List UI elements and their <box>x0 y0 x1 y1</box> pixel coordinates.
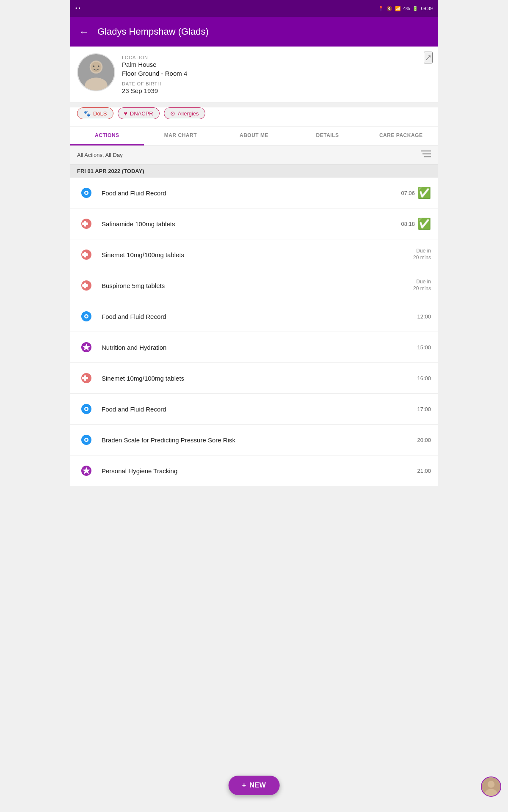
app-header: ← Gladys Hempshaw (Glads) <box>70 17 438 47</box>
patient-info: LOCATION Palm House Floor Ground - Room … <box>122 53 431 95</box>
action-icon-med <box>77 369 96 387</box>
dob-value: 23 Sep 1939 <box>122 86 431 95</box>
tab-about-me[interactable]: ABOUT ME <box>217 126 291 145</box>
status-bar-left: • • <box>75 5 80 11</box>
mute-icon: 🔇 <box>387 6 392 11</box>
status-bar-right: 📍 🔇 📶 4% 🔋 09:39 <box>378 6 433 11</box>
action-label: Buspirone 5mg tablets <box>102 282 407 289</box>
fab-label: NEW <box>250 782 266 789</box>
svg-point-5 <box>98 66 99 67</box>
action-label: Braden Scale for Predicting Pressure Sor… <box>102 436 395 444</box>
status-bar: • • 📍 🔇 📶 4% 🔋 09:39 <box>70 0 438 17</box>
list-item[interactable]: Safinamide 100mg tablets 08:18 ✅ <box>70 208 438 239</box>
action-label: Food and Fluid Record <box>102 189 379 197</box>
list-item[interactable]: Sinemet 10mg/100mg tablets Due in20 mins <box>70 239 438 270</box>
page-title: Gladys Hempshaw (Glads) <box>97 26 209 37</box>
due-text: Due in20 mins <box>413 279 431 292</box>
battery-percent: 4% <box>403 6 410 11</box>
action-time: 08:18 <box>385 221 415 227</box>
date-header: FRI 01 APR 2022 (TODAY) <box>70 165 438 178</box>
badge-dnacpr[interactable]: ♥ DNACPR <box>118 107 160 119</box>
action-label: Nutrition and Hydration <box>102 344 395 351</box>
action-label: Food and Fluid Record <box>102 406 395 413</box>
action-time: 17:00 <box>401 406 431 412</box>
action-icon-eye <box>77 431 96 449</box>
wifi-icon: 📶 <box>395 6 401 11</box>
tab-details[interactable]: DETAILS <box>291 126 364 145</box>
avatar <box>77 53 115 91</box>
location-value2: Floor Ground - Room 4 <box>122 69 431 78</box>
battery-icon: 🔋 <box>412 6 418 11</box>
action-icon-star <box>77 338 96 357</box>
action-time: 16:00 <box>401 375 431 381</box>
badge-dols[interactable]: 🐾 DoLS <box>77 107 113 119</box>
plus-icon: + <box>242 782 246 789</box>
new-action-button[interactable]: + NEW <box>229 776 280 795</box>
action-label: Safinamide 100mg tablets <box>102 220 379 228</box>
dob-label: DATE OF BIRTH <box>122 81 431 86</box>
filter-bar: All Actions, All Day <box>70 146 438 165</box>
list-item[interactable]: Sinemet 10mg/100mg tablets 16:00 <box>70 363 438 394</box>
location-icon: 📍 <box>378 6 384 11</box>
avatar-image <box>78 53 114 91</box>
list-item[interactable]: Buspirone 5mg tablets Due in20 mins <box>70 270 438 301</box>
action-icon-med <box>77 276 96 295</box>
actions-list: Food and Fluid Record 07:06 ✅ Safinamide… <box>70 178 438 486</box>
allergies-label: Allergies <box>178 110 199 117</box>
sort-filter-icon[interactable] <box>421 150 431 160</box>
svg-point-11 <box>86 192 88 194</box>
svg-point-4 <box>93 66 94 67</box>
action-icon-eye <box>77 184 96 202</box>
dols-label: DoLS <box>93 110 107 117</box>
check-icon: ✅ <box>417 187 431 200</box>
action-time: 12:00 <box>401 313 431 320</box>
svg-rect-17 <box>82 253 88 256</box>
filter-text: All Actions, All Day <box>77 152 123 158</box>
svg-rect-20 <box>82 284 88 287</box>
action-label: Personal Hygiene Tracking <box>102 467 395 475</box>
tabs-bar: ACTIONS MAR CHART ABOUT ME DETAILS CARE … <box>70 126 438 146</box>
action-icon-eye <box>77 307 96 326</box>
action-label: Food and Fluid Record <box>102 313 395 320</box>
action-time: 21:00 <box>401 468 431 474</box>
tab-mar-chart[interactable]: MAR CHART <box>144 126 218 145</box>
list-item[interactable]: Food and Fluid Record 12:00 <box>70 301 438 332</box>
list-item[interactable]: Personal Hygiene Tracking 21:00 <box>70 455 438 486</box>
dnacpr-icon: ♥ <box>124 110 127 117</box>
svg-rect-14 <box>82 222 88 225</box>
status-done: 08:18 ✅ <box>385 217 431 230</box>
action-label: Sinemet 10mg/100mg tablets <box>102 375 395 382</box>
action-time: 07:06 <box>385 190 415 196</box>
tab-actions[interactable]: ACTIONS <box>70 126 144 145</box>
list-item[interactable]: Food and Fluid Record 17:00 <box>70 394 438 425</box>
location-label: LOCATION <box>122 55 431 60</box>
action-icon-med <box>77 245 96 264</box>
notification-dots: • • <box>75 5 80 11</box>
svg-point-3 <box>91 62 102 72</box>
action-time: 15:00 <box>401 344 431 351</box>
allergies-icon: ⊙ <box>170 110 175 117</box>
list-item[interactable]: Food and Fluid Record 07:06 ✅ <box>70 178 438 208</box>
list-item[interactable]: Nutrition and Hydration 15:00 <box>70 332 438 363</box>
action-time: 20:00 <box>401 437 431 443</box>
badge-allergies[interactable]: ⊙ Allergies <box>164 107 205 119</box>
status-done: 07:06 ✅ <box>385 187 431 200</box>
svg-point-31 <box>86 408 88 410</box>
dnacpr-label: DNACPR <box>130 110 153 117</box>
location-value1: Palm House <box>122 60 431 69</box>
time-display: 09:39 <box>421 6 433 11</box>
dols-icon: 🐾 <box>83 110 91 117</box>
list-item[interactable]: Braden Scale for Predicting Pressure Sor… <box>70 425 438 455</box>
due-text: Due in20 mins <box>413 248 431 261</box>
action-icon-med <box>77 214 96 233</box>
badges-bar: 🐾 DoLS ♥ DNACPR ⊙ Allergies <box>70 107 438 126</box>
expand-button[interactable]: ⤢ <box>424 52 433 63</box>
action-label: Sinemet 10mg/100mg tablets <box>102 251 407 258</box>
svg-point-23 <box>86 315 88 318</box>
svg-rect-28 <box>82 377 88 379</box>
action-icon-star <box>77 461 96 480</box>
check-icon: ✅ <box>417 217 431 230</box>
back-button[interactable]: ← <box>77 24 91 39</box>
tab-care-package[interactable]: CARE PACKAGE <box>364 126 438 145</box>
svg-point-34 <box>86 439 88 441</box>
